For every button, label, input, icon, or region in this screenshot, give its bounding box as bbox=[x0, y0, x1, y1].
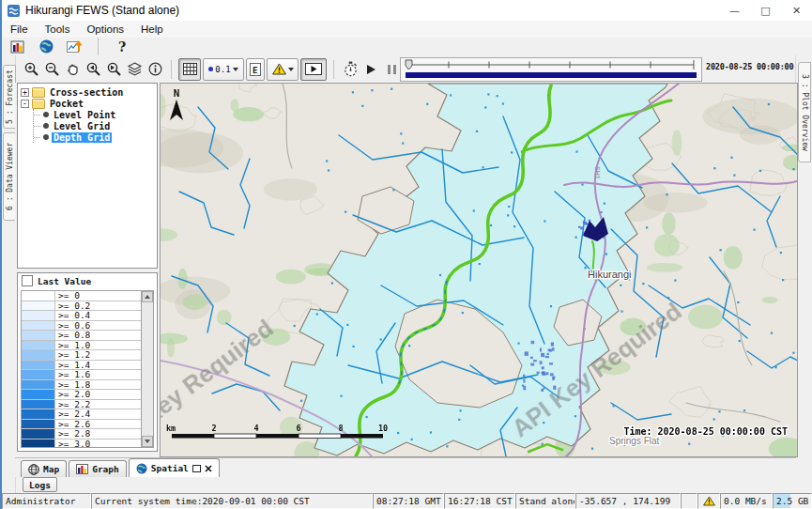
legend-label: >= 0.6 bbox=[55, 321, 90, 331]
zoom-in-icon[interactable] bbox=[21, 59, 41, 80]
status-bar: Administrator Current system time:2020-0… bbox=[2, 493, 812, 509]
tree-item-depth-grid[interactable]: Depth Grid bbox=[34, 131, 157, 143]
main-toolbar: ? bbox=[2, 38, 812, 56]
legend-label: >= 0 bbox=[55, 291, 80, 301]
tree-item-pocket[interactable]: - Pocket bbox=[18, 98, 157, 109]
menu-help[interactable]: Help bbox=[132, 23, 172, 35]
legend-row[interactable]: >= 1.2 bbox=[22, 350, 141, 361]
status-coordinates: -35.657 , 174.199 bbox=[575, 493, 681, 509]
tab-forecast[interactable]: 5 : Forecast bbox=[3, 65, 16, 129]
legend-label: >= 1.4 bbox=[55, 361, 90, 370]
tab-restore-icon[interactable] bbox=[192, 465, 201, 472]
dot-icon bbox=[208, 67, 213, 71]
legend-scrollbar[interactable] bbox=[141, 290, 154, 448]
scale-tick-label: 10 bbox=[378, 424, 388, 433]
map-time-label: Time: 2020-08-25 00:00:00 CST bbox=[623, 426, 788, 437]
scroll-up-icon[interactable] bbox=[142, 291, 153, 302]
legend-label: >= 0.2 bbox=[55, 301, 90, 311]
warning-icon bbox=[703, 496, 715, 506]
legend-row[interactable]: >= 0.4 bbox=[22, 311, 141, 321]
bullet-icon bbox=[43, 123, 49, 129]
maximize-button[interactable]: □ bbox=[750, 0, 781, 21]
legend-row[interactable]: >= 2.8 bbox=[22, 429, 141, 440]
legend-swatch bbox=[22, 291, 55, 301]
tree-item-cross-section[interactable]: + Cross-section bbox=[18, 86, 157, 98]
map-display-icon[interactable] bbox=[36, 37, 56, 57]
menu-tools[interactable]: Tools bbox=[37, 23, 79, 35]
close-button[interactable]: ✕ bbox=[781, 0, 812, 21]
globe-icon bbox=[136, 463, 147, 474]
status-mode: Stand alone bbox=[515, 493, 575, 509]
expander-plus-icon[interactable]: + bbox=[21, 88, 29, 97]
legend-label: >= 2.4 bbox=[55, 409, 90, 419]
zoom-previous-icon[interactable] bbox=[83, 59, 103, 80]
menu-file[interactable]: File bbox=[2, 23, 37, 35]
scale-tick-label: 8 bbox=[338, 424, 343, 433]
map-canvas[interactable]: Hikurangi Springs Flat SH1 API Key Requi… bbox=[161, 84, 797, 456]
chevron-down-icon bbox=[233, 68, 238, 71]
legend-row[interactable]: >= 2.0 bbox=[22, 390, 141, 400]
data-viewer-panel: + Cross-section - Pocket Level Point Le bbox=[15, 83, 160, 457]
last-value-checkbox[interactable] bbox=[22, 275, 33, 286]
play-button[interactable] bbox=[360, 59, 381, 80]
label-display-button[interactable]: E bbox=[246, 58, 265, 81]
classbreak-interval-dropdown[interactable]: 0.1 bbox=[203, 58, 244, 81]
tab-data-viewer[interactable]: 6 : Data Viewer bbox=[3, 132, 16, 221]
logs-row: Logs bbox=[15, 476, 57, 493]
tab-map[interactable]: Map bbox=[21, 460, 67, 477]
window-title: Hikurangi FEWS (Stand alone) bbox=[25, 4, 179, 17]
toolbar-separator bbox=[333, 60, 334, 79]
zoom-next-icon[interactable] bbox=[103, 59, 124, 80]
legend-row[interactable]: >= 3.0 bbox=[22, 440, 141, 449]
tree-item-level-point[interactable]: Level Point bbox=[34, 109, 157, 120]
legend-swatch bbox=[22, 311, 55, 320]
spatial-map[interactable]: Hikurangi Springs Flat SH1 API Key Requi… bbox=[160, 83, 798, 457]
legend-row[interactable]: >= 2.4 bbox=[22, 409, 141, 420]
tab-graph[interactable]: Graph bbox=[69, 460, 127, 477]
tab-plot-overview[interactable]: 3 : Plot Overview bbox=[798, 62, 811, 162]
folder-icon bbox=[32, 99, 45, 109]
tree-item-label: Level Point bbox=[52, 110, 117, 120]
tab-close-icon[interactable] bbox=[205, 465, 212, 472]
legend-swatch bbox=[22, 440, 55, 449]
timeseries-dialog-icon[interactable] bbox=[64, 37, 84, 57]
legend-row[interactable]: >= 0.8 bbox=[22, 331, 141, 341]
logs-button[interactable]: Logs bbox=[23, 477, 57, 492]
info-icon[interactable] bbox=[145, 59, 165, 80]
grid-display-button[interactable] bbox=[178, 58, 201, 81]
tab-map-label: Map bbox=[43, 464, 59, 474]
minimize-button[interactable]: — bbox=[719, 0, 750, 21]
chevron-down-icon bbox=[288, 68, 294, 71]
legend-label: >= 1.6 bbox=[55, 370, 90, 379]
layers-icon[interactable] bbox=[124, 59, 145, 80]
legend-label: >= 3.0 bbox=[55, 440, 90, 449]
legend-row[interactable]: >= 0 bbox=[22, 291, 141, 301]
pan-hand-icon[interactable] bbox=[62, 59, 83, 80]
timer-icon[interactable] bbox=[340, 59, 360, 80]
status-local-time: 16:27:18 CST bbox=[444, 493, 515, 509]
help-button[interactable]: ? bbox=[112, 37, 132, 57]
legend-label: >= 1.8 bbox=[55, 380, 90, 390]
slider-thumb[interactable] bbox=[406, 60, 412, 69]
expander-minus-icon[interactable]: - bbox=[21, 100, 29, 108]
warnings-dropdown[interactable] bbox=[267, 58, 299, 81]
warning-icon bbox=[272, 63, 286, 75]
scale-tick-label: 4 bbox=[253, 424, 258, 433]
bottom-tab-bar: Map Graph Spatial bbox=[15, 457, 796, 477]
tree-item-level-grid[interactable]: Level Grid bbox=[34, 120, 157, 131]
time-slider[interactable] bbox=[400, 57, 702, 82]
north-label: N bbox=[174, 87, 180, 100]
pause-button[interactable] bbox=[381, 59, 402, 80]
logs-panel-icon[interactable] bbox=[8, 37, 28, 57]
legend-swatch bbox=[22, 361, 55, 370]
status-warning-cell[interactable] bbox=[697, 493, 720, 509]
toolbar-separator bbox=[98, 38, 99, 56]
animation-panel-button[interactable] bbox=[300, 58, 327, 81]
tab-spatial[interactable]: Spatial bbox=[129, 458, 220, 477]
menu-options[interactable]: Options bbox=[78, 23, 132, 35]
scroll-down-icon[interactable] bbox=[142, 436, 153, 447]
legend-label: >= 1.2 bbox=[55, 350, 90, 360]
legend-row[interactable]: >= 1.6 bbox=[22, 370, 141, 380]
zoom-out-icon[interactable] bbox=[41, 59, 62, 80]
legend-swatch bbox=[22, 400, 55, 409]
